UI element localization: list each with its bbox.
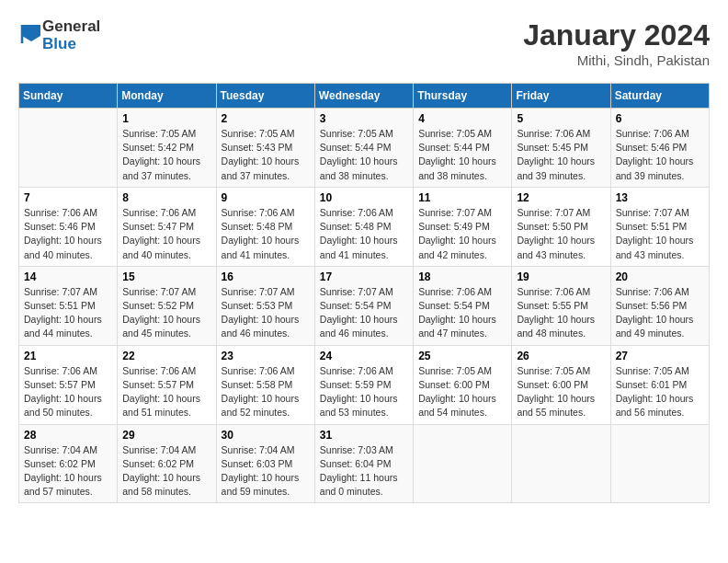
day-info: Sunrise: 7:07 AMSunset: 5:50 PMDaylight:… — [517, 206, 605, 262]
day-number: 2 — [222, 112, 310, 125]
day-number: 8 — [122, 191, 210, 204]
day-info: Sunrise: 7:06 AMSunset: 5:57 PMDaylight:… — [24, 364, 112, 420]
svg-marker-1 — [22, 36, 40, 41]
day-info: Sunrise: 7:07 AMSunset: 5:53 PMDaylight:… — [222, 285, 310, 341]
day-number: 18 — [418, 270, 506, 283]
day-number: 28 — [24, 429, 112, 442]
day-number: 19 — [517, 270, 605, 283]
day-number: 10 — [320, 191, 408, 204]
day-info: Sunrise: 7:07 AMSunset: 5:51 PMDaylight:… — [24, 285, 112, 341]
calendar-cell: 19Sunrise: 7:06 AMSunset: 5:55 PMDayligh… — [512, 266, 610, 345]
header-monday: Monday — [118, 84, 216, 109]
day-info: Sunrise: 7:05 AMSunset: 5:44 PMDaylight:… — [418, 127, 506, 183]
header-saturday: Saturday — [610, 84, 709, 109]
title-block: January 2024 Mithi, Sindh, Pakistan — [523, 18, 710, 68]
calendar-cell: 14Sunrise: 7:07 AMSunset: 5:51 PMDayligh… — [19, 266, 118, 345]
day-number: 21 — [24, 350, 112, 362]
day-number: 27 — [616, 350, 704, 362]
day-info: Sunrise: 7:05 AMSunset: 5:42 PMDaylight:… — [122, 127, 210, 183]
day-number: 26 — [517, 350, 605, 362]
month-title: January 2024 — [523, 18, 710, 52]
calendar-cell: 3Sunrise: 7:05 AMSunset: 5:44 PMDaylight… — [314, 109, 413, 188]
calendar-week-row: 1Sunrise: 7:05 AMSunset: 5:42 PMDaylight… — [19, 109, 710, 188]
day-number: 3 — [320, 112, 408, 125]
day-number: 4 — [418, 112, 506, 125]
calendar-cell: 27Sunrise: 7:05 AMSunset: 6:01 PMDayligh… — [610, 345, 709, 424]
calendar-cell: 10Sunrise: 7:06 AMSunset: 5:48 PMDayligh… — [314, 187, 413, 266]
calendar-cell: 8Sunrise: 7:06 AMSunset: 5:47 PMDaylight… — [118, 187, 216, 266]
calendar-cell: 23Sunrise: 7:06 AMSunset: 5:58 PMDayligh… — [216, 345, 314, 424]
day-info: Sunrise: 7:04 AMSunset: 6:02 PMDaylight:… — [24, 443, 112, 500]
day-info: Sunrise: 7:07 AMSunset: 5:52 PMDaylight:… — [122, 285, 210, 341]
svg-marker-0 — [22, 25, 40, 36]
calendar-cell: 28Sunrise: 7:04 AMSunset: 6:02 PMDayligh… — [19, 424, 118, 503]
day-number: 31 — [320, 429, 408, 442]
calendar-cell — [610, 424, 709, 503]
calendar-cell: 30Sunrise: 7:04 AMSunset: 6:03 PMDayligh… — [216, 424, 314, 503]
calendar-cell: 31Sunrise: 7:03 AMSunset: 6:04 PMDayligh… — [314, 424, 413, 503]
calendar-cell — [512, 424, 610, 503]
calendar-cell: 17Sunrise: 7:07 AMSunset: 5:54 PMDayligh… — [314, 266, 413, 345]
calendar-cell — [414, 424, 512, 503]
day-number: 1 — [122, 112, 210, 125]
calendar-cell: 22Sunrise: 7:06 AMSunset: 5:57 PMDayligh… — [118, 345, 216, 424]
calendar-cell: 11Sunrise: 7:07 AMSunset: 5:49 PMDayligh… — [414, 187, 512, 266]
location-title: Mithi, Sindh, Pakistan — [523, 52, 710, 68]
calendar-cell: 25Sunrise: 7:05 AMSunset: 6:00 PMDayligh… — [414, 345, 512, 424]
calendar-cell: 18Sunrise: 7:06 AMSunset: 5:54 PMDayligh… — [414, 266, 512, 345]
calendar-cell: 13Sunrise: 7:07 AMSunset: 5:51 PMDayligh… — [610, 187, 709, 266]
calendar-table: SundayMondayTuesdayWednesdayThursdayFrid… — [18, 83, 710, 503]
day-number: 12 — [517, 191, 605, 204]
day-number: 24 — [320, 350, 408, 362]
day-info: Sunrise: 7:06 AMSunset: 5:46 PMDaylight:… — [24, 206, 112, 262]
day-info: Sunrise: 7:06 AMSunset: 5:48 PMDaylight:… — [222, 206, 310, 262]
page-header: General Blue January 2024 Mithi, Sindh, … — [18, 18, 710, 68]
day-number: 13 — [616, 191, 704, 204]
day-info: Sunrise: 7:03 AMSunset: 6:04 PMDaylight:… — [320, 443, 408, 500]
day-number: 20 — [616, 270, 704, 283]
calendar-week-row: 7Sunrise: 7:06 AMSunset: 5:46 PMDaylight… — [19, 187, 710, 266]
calendar-cell: 7Sunrise: 7:06 AMSunset: 5:46 PMDaylight… — [19, 187, 118, 266]
day-info: Sunrise: 7:05 AMSunset: 5:43 PMDaylight:… — [222, 127, 310, 183]
calendar-cell: 21Sunrise: 7:06 AMSunset: 5:57 PMDayligh… — [19, 345, 118, 424]
day-info: Sunrise: 7:06 AMSunset: 5:47 PMDaylight:… — [122, 206, 210, 262]
day-number: 7 — [24, 191, 112, 204]
day-info: Sunrise: 7:06 AMSunset: 5:56 PMDaylight:… — [616, 285, 704, 341]
day-number: 14 — [24, 270, 112, 283]
day-number: 11 — [418, 191, 506, 204]
day-info: Sunrise: 7:06 AMSunset: 5:45 PMDaylight:… — [517, 127, 605, 183]
calendar-week-row: 28Sunrise: 7:04 AMSunset: 6:02 PMDayligh… — [19, 424, 710, 503]
header-friday: Friday — [512, 84, 610, 109]
day-info: Sunrise: 7:05 AMSunset: 6:00 PMDaylight:… — [418, 364, 506, 420]
calendar-week-row: 14Sunrise: 7:07 AMSunset: 5:51 PMDayligh… — [19, 266, 710, 345]
calendar-cell: 2Sunrise: 7:05 AMSunset: 5:43 PMDaylight… — [216, 109, 314, 188]
day-info: Sunrise: 7:05 AMSunset: 6:00 PMDaylight:… — [517, 364, 605, 420]
header-thursday: Thursday — [414, 84, 512, 109]
day-info: Sunrise: 7:07 AMSunset: 5:54 PMDaylight:… — [320, 285, 408, 341]
day-info: Sunrise: 7:07 AMSunset: 5:51 PMDaylight:… — [616, 206, 704, 262]
day-info: Sunrise: 7:06 AMSunset: 5:55 PMDaylight:… — [517, 285, 605, 341]
day-info: Sunrise: 7:06 AMSunset: 5:57 PMDaylight:… — [122, 364, 210, 420]
calendar-cell — [19, 109, 118, 188]
day-info: Sunrise: 7:04 AMSunset: 6:03 PMDaylight:… — [222, 443, 310, 500]
calendar-header-row: SundayMondayTuesdayWednesdayThursdayFrid… — [19, 84, 710, 109]
day-info: Sunrise: 7:06 AMSunset: 5:58 PMDaylight:… — [222, 364, 310, 420]
calendar-cell: 5Sunrise: 7:06 AMSunset: 5:45 PMDaylight… — [512, 109, 610, 188]
day-number: 6 — [616, 112, 704, 125]
calendar-cell: 9Sunrise: 7:06 AMSunset: 5:48 PMDaylight… — [216, 187, 314, 266]
calendar-cell: 4Sunrise: 7:05 AMSunset: 5:44 PMDaylight… — [414, 109, 512, 188]
logo-flag-icon — [19, 23, 43, 48]
day-info: Sunrise: 7:04 AMSunset: 6:02 PMDaylight:… — [122, 443, 210, 500]
day-number: 9 — [222, 191, 310, 204]
calendar-cell: 15Sunrise: 7:07 AMSunset: 5:52 PMDayligh… — [118, 266, 216, 345]
day-number: 30 — [222, 429, 310, 442]
day-number: 29 — [122, 429, 210, 442]
day-number: 15 — [122, 270, 210, 283]
header-sunday: Sunday — [19, 84, 118, 109]
day-number: 23 — [222, 350, 310, 362]
header-tuesday: Tuesday — [216, 84, 314, 109]
calendar-cell: 16Sunrise: 7:07 AMSunset: 5:53 PMDayligh… — [216, 266, 314, 345]
calendar-cell: 29Sunrise: 7:04 AMSunset: 6:02 PMDayligh… — [118, 424, 216, 503]
logo-text-general: General — [42, 18, 100, 36]
calendar-cell: 26Sunrise: 7:05 AMSunset: 6:00 PMDayligh… — [512, 345, 610, 424]
